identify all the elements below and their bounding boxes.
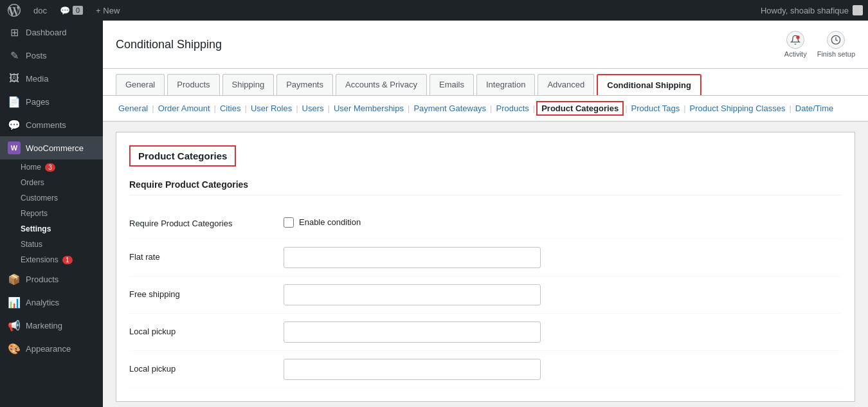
sidebar-item-marketing[interactable]: 📢 Marketing: [0, 314, 103, 337]
activity-button[interactable]: Activity: [784, 31, 807, 58]
marketing-icon: 📢: [8, 319, 21, 332]
submenu-status[interactable]: Status: [0, 237, 103, 252]
header-actions: Activity Finish setup: [784, 31, 855, 58]
finish-setup-button[interactable]: Finish setup: [817, 31, 855, 58]
subnav-date-time[interactable]: Date/Time: [793, 102, 836, 114]
field-label-local-pickup-1: Local pickup: [129, 314, 284, 351]
subnav-product-shipping-classes[interactable]: Product Shipping Classes: [687, 102, 788, 114]
field-label-free-shipping: Free shipping: [129, 276, 284, 314]
wp-logo-button[interactable]: [5, 4, 23, 17]
woocommerce-icon: W: [8, 141, 21, 154]
submenu-extensions[interactable]: Extensions 1: [0, 252, 103, 267]
tab-integration[interactable]: Integration: [476, 74, 535, 95]
subnav-order-amount[interactable]: Order Amount: [156, 102, 213, 114]
appearance-icon: 🎨: [8, 342, 21, 355]
activity-icon: [786, 31, 804, 49]
subnav-general[interactable]: General: [116, 102, 150, 114]
subnav-product-tags[interactable]: Product Tags: [629, 102, 683, 114]
submenu-settings[interactable]: Settings: [0, 221, 103, 237]
woocommerce-submenu: Home 3 Orders Customers Reports Settings…: [0, 159, 103, 267]
settings-tabs: General Products Shipping Payments Accou…: [103, 69, 868, 96]
sub-navigation: General | Order Amount | Cities | User R…: [103, 96, 868, 122]
table-row: Require Product Categories Enable condit…: [129, 206, 842, 239]
subnav-products[interactable]: Products: [494, 102, 532, 114]
main-content: Conditional Shipping Activity: [103, 21, 868, 407]
page-header: Conditional Shipping Activity: [103, 21, 868, 69]
submenu-home[interactable]: Home 3: [0, 159, 103, 175]
flat-rate-input[interactable]: [284, 247, 541, 268]
table-row: Local pickup: [129, 314, 842, 351]
submenu-customers[interactable]: Customers: [0, 190, 103, 206]
tab-advanced[interactable]: Advanced: [538, 74, 594, 95]
admin-bar: doc 💬 0 + New Howdy, shoaib shafique: [0, 0, 868, 21]
subnav-users[interactable]: Users: [300, 102, 327, 114]
sidebar-item-posts[interactable]: ✎ Posts: [0, 44, 103, 67]
subnav-user-memberships[interactable]: User Memberships: [331, 102, 406, 114]
admin-sidebar: ⊞ Dashboard ✎ Posts 🖼 Media 📄 Pages 💬 Co…: [0, 21, 103, 407]
pages-icon: 📄: [8, 95, 21, 108]
form-table: Require Product Categories Enable condit…: [129, 206, 842, 388]
enable-condition-checkbox[interactable]: [284, 217, 294, 228]
site-name[interactable]: doc: [31, 6, 50, 15]
posts-icon: ✎: [8, 49, 21, 62]
adminbar-right: Howdy, shoaib shafique: [761, 5, 863, 15]
media-icon: 🖼: [8, 72, 21, 85]
tab-payments[interactable]: Payments: [276, 74, 333, 95]
field-label-local-pickup-2: Local pickup: [129, 351, 284, 388]
tab-products[interactable]: Products: [167, 74, 219, 95]
svg-point-0: [797, 35, 800, 39]
table-row: Local pickup: [129, 351, 842, 388]
table-row: Flat rate: [129, 239, 842, 276]
section-title: Product Categories: [129, 145, 236, 167]
free-shipping-input[interactable]: [284, 284, 541, 305]
field-cell-local-pickup-1: [284, 314, 842, 351]
products-icon: 📦: [8, 273, 21, 285]
sidebar-item-media[interactable]: 🖼 Media: [0, 67, 103, 90]
analytics-icon: 📊: [8, 296, 21, 309]
subnav-payment-gateways[interactable]: Payment Gateways: [411, 102, 489, 114]
field-label-flat-rate: Flat rate: [129, 239, 284, 276]
sidebar-item-comments[interactable]: 💬 Comments: [0, 113, 103, 136]
sidebar-item-appearance[interactable]: 🎨 Appearance: [0, 337, 103, 360]
field-cell-free-shipping: [284, 276, 842, 314]
sidebar-item-dashboard[interactable]: ⊞ Dashboard: [0, 21, 103, 44]
section-heading: Require Product Categories: [129, 179, 842, 195]
submenu-reports[interactable]: Reports: [0, 206, 103, 221]
user-avatar: [853, 5, 863, 15]
dashboard-icon: ⊞: [8, 26, 21, 39]
finish-setup-icon: [827, 31, 845, 49]
page-title: Conditional Shipping: [116, 38, 222, 51]
field-cell-flat-rate: [284, 239, 842, 276]
local-pickup-1-input[interactable]: [284, 321, 541, 343]
subnav-user-roles[interactable]: User Roles: [248, 102, 294, 114]
tab-emails[interactable]: Emails: [429, 74, 474, 95]
sidebar-item-products[interactable]: 📦 Products: [0, 267, 103, 291]
tab-shipping[interactable]: Shipping: [222, 74, 275, 95]
comments-button[interactable]: 💬 0: [57, 6, 86, 15]
tab-general[interactable]: General: [116, 74, 165, 95]
sidebar-item-woocommerce[interactable]: W WooCommerce: [0, 136, 103, 159]
submenu-orders[interactable]: Orders: [0, 175, 103, 190]
sidebar-item-analytics[interactable]: 📊 Analytics: [0, 291, 103, 314]
tab-conditional-shipping[interactable]: Conditional Shipping: [597, 74, 701, 95]
comments-icon: 💬: [8, 118, 21, 131]
local-pickup-2-input[interactable]: [284, 359, 541, 380]
subnav-product-categories[interactable]: Product Categories: [536, 101, 624, 116]
content-area: Product Categories Require Product Categ…: [116, 132, 855, 402]
tab-accounts-privacy[interactable]: Accounts & Privacy: [336, 74, 427, 95]
main-layout: ⊞ Dashboard ✎ Posts 🖼 Media 📄 Pages 💬 Co…: [0, 21, 868, 407]
new-content-button[interactable]: + New: [93, 6, 122, 15]
field-cell-local-pickup-2: [284, 351, 842, 388]
subnav-cities[interactable]: Cities: [217, 102, 244, 114]
field-cell-require: Enable condition: [284, 206, 842, 239]
sidebar-item-pages[interactable]: 📄 Pages: [0, 90, 103, 113]
enable-condition-label[interactable]: Enable condition: [284, 217, 842, 228]
table-row: Free shipping: [129, 276, 842, 314]
field-label-require: Require Product Categories: [129, 206, 284, 239]
